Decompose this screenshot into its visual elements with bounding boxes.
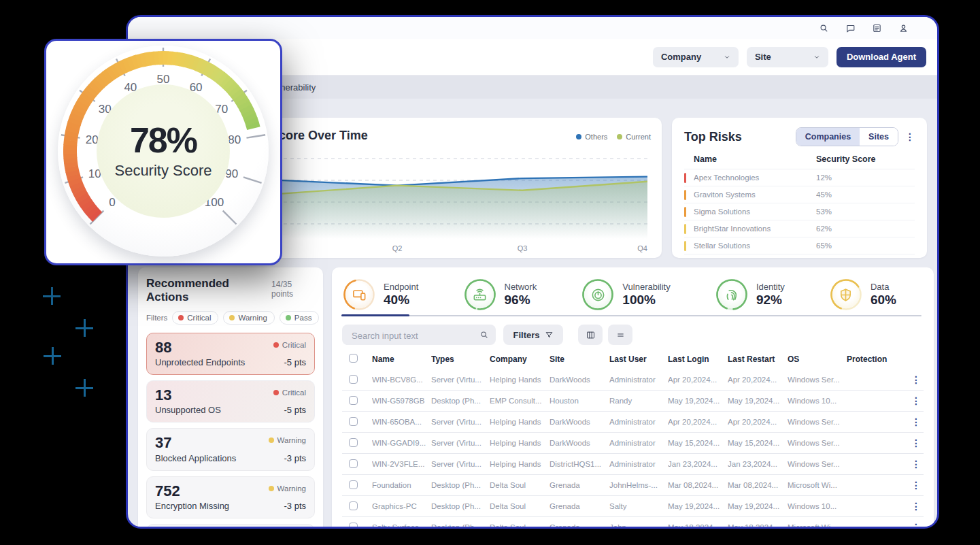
row-checkbox[interactable] — [349, 417, 358, 426]
risks-view-toggle: Companies Sites — [796, 127, 898, 146]
search-icon — [479, 330, 489, 340]
row-menu-icon[interactable] — [911, 438, 924, 448]
table-row[interactable]: WIN-65OBA...Server (Virtu...Helping Hand… — [342, 411, 924, 432]
columns-button[interactable] — [578, 325, 603, 345]
row-checkbox[interactable] — [349, 438, 358, 447]
company-dropdown[interactable]: Company — [653, 47, 739, 67]
more-menu-icon[interactable] — [905, 132, 915, 142]
cell: Apr 20,2024... — [668, 418, 728, 426]
select-all-checkbox[interactable] — [349, 354, 358, 363]
top-risk-row[interactable]: Apex Technologies12% — [684, 169, 915, 186]
filters-label: Filters — [146, 314, 167, 322]
tab-companies[interactable]: Companies — [796, 128, 860, 146]
row-checkbox[interactable] — [349, 459, 358, 468]
action-cards-list: 88CriticalUnprotected Endpoints-5 pts13C… — [146, 333, 315, 529]
svg-text:0: 0 — [109, 196, 115, 209]
column-header: Name — [372, 354, 431, 364]
table-row[interactable]: WIN-2V3FLE...Server (Virtu...Helping Han… — [342, 453, 924, 474]
action-count: 88 — [155, 340, 171, 356]
action-card[interactable]: 37WarningBlocked Applications-3 pts — [146, 428, 315, 470]
site-dropdown[interactable]: Site — [747, 47, 828, 67]
column-header: Last Login — [668, 354, 728, 364]
tab-sites[interactable]: Sites — [860, 128, 898, 146]
devices-panel: Endpoint40%Network96%Vulnerability100%Id… — [332, 267, 934, 529]
cell: Desktop (Ph... — [431, 523, 490, 529]
tabs-baseline — [341, 315, 922, 316]
row-menu-icon[interactable] — [911, 375, 924, 384]
action-card[interactable]: 13CriticalUnsupported OS-5 pts — [146, 380, 315, 423]
column-header: Company — [490, 354, 550, 364]
legend-dot-current — [617, 134, 622, 139]
category-tab-data[interactable]: Data60% — [830, 278, 896, 311]
table-row[interactable]: FoundationDesktop (Ph...Delta SoulGrenad… — [342, 474, 924, 495]
filter-chip-critical[interactable]: Critical — [172, 311, 218, 325]
recommended-actions-title: Recommended Actions — [146, 277, 271, 304]
category-score: 96% — [505, 293, 537, 308]
filter-chip-pass[interactable]: Pass — [280, 311, 320, 325]
category-tab-vulnerability[interactable]: Vulnerability100% — [581, 278, 670, 311]
row-density-button[interactable] — [608, 325, 632, 345]
search-icon[interactable] — [819, 23, 829, 33]
notes-icon[interactable] — [872, 23, 882, 33]
row-checkbox[interactable] — [349, 375, 358, 384]
row-menu-icon[interactable] — [911, 396, 924, 406]
download-agent-button[interactable]: Download Agent — [837, 47, 926, 67]
plus-decoration — [75, 319, 93, 337]
row-menu-icon[interactable] — [911, 501, 924, 511]
top-risk-row[interactable]: Graviton Systems45% — [684, 186, 915, 203]
row-checkbox[interactable] — [349, 396, 358, 405]
search-input[interactable] — [350, 325, 475, 346]
user-icon[interactable] — [898, 23, 909, 33]
network-icon — [464, 278, 496, 311]
row-menu-icon[interactable] — [911, 417, 924, 427]
table-header-row: NameTypesCompanySiteLast UserLast LoginL… — [342, 350, 924, 368]
category-tab-endpoint[interactable]: Endpoint40% — [343, 278, 418, 311]
risk-score: 53% — [816, 208, 915, 216]
action-points: -3 pts — [284, 453, 306, 463]
row-checkbox[interactable] — [349, 501, 358, 510]
row-checkbox[interactable] — [349, 523, 358, 529]
cell: Windows 10... — [788, 397, 847, 405]
top-risk-row[interactable]: BrightStar Innovations62% — [684, 220, 915, 237]
plus-decoration — [44, 347, 61, 365]
table-row[interactable]: WIN-BCV8G...Server (Virtu...Helping Hand… — [342, 369, 924, 390]
cell: WIN-GGADI9... — [372, 439, 431, 447]
filters-button[interactable]: Filters — [503, 325, 563, 345]
category-score: 100% — [622, 293, 670, 308]
cell: Server (Virtu... — [431, 376, 490, 384]
status-dot — [273, 390, 279, 395]
cell: Delta Soul — [490, 481, 550, 489]
action-card[interactable]: 53WarningOutdated Agents-5 pts — [146, 524, 315, 529]
cell: DarkWoods — [550, 439, 609, 447]
row-menu-icon[interactable] — [911, 459, 924, 469]
svg-text:Q2: Q2 — [392, 244, 403, 252]
row-menu-icon[interactable] — [911, 480, 924, 490]
cell: May 18,2024... — [728, 523, 788, 529]
table-row[interactable]: Salty-SurfaceDesktop (Ph...Delta SoulGre… — [342, 516, 924, 529]
row-checkbox[interactable] — [349, 480, 358, 489]
status-label: Critical — [282, 389, 306, 397]
row-menu-icon[interactable] — [911, 523, 924, 529]
filter-chip-label: Critical — [187, 314, 211, 322]
cell: May 15,2024... — [728, 439, 788, 447]
gauge-label: Security Score — [114, 162, 212, 180]
action-count: 752 — [155, 483, 180, 499]
action-name: Blocked Applications — [155, 453, 236, 463]
cell: May 18,2024... — [668, 523, 728, 529]
cell: Administrator — [609, 439, 668, 447]
score-over-time-panel: Score Over Time Others Current Q1Q2Q3Q4 — [259, 118, 662, 258]
action-filters: Filters CriticalWarningPass — [146, 311, 315, 325]
action-card[interactable]: 752WarningEncryption Missing-3 pts — [146, 476, 315, 518]
category-tab-identity[interactable]: Identity92% — [715, 278, 785, 311]
chat-icon[interactable] — [845, 23, 856, 33]
cell: May 19,2024... — [728, 502, 788, 510]
top-risk-row[interactable]: Sigma Solutions53% — [684, 203, 915, 220]
category-tab-network[interactable]: Network96% — [464, 278, 537, 311]
table-row[interactable]: Graphics-PCDesktop (Ph...Delta SoulGrena… — [342, 495, 924, 516]
cell: May 19,2024... — [728, 397, 788, 405]
top-risk-row[interactable]: Stellar Solutions65% — [684, 237, 915, 254]
action-card[interactable]: 88CriticalUnprotected Endpoints-5 pts — [146, 333, 315, 375]
table-row[interactable]: WIN-G5978GBDesktop (Ph...EMP Consult...H… — [342, 390, 924, 411]
table-row[interactable]: WIN-GGADI9...Server (Virtu...Helping Han… — [342, 432, 924, 453]
filter-chip-warning[interactable]: Warning — [223, 311, 274, 325]
